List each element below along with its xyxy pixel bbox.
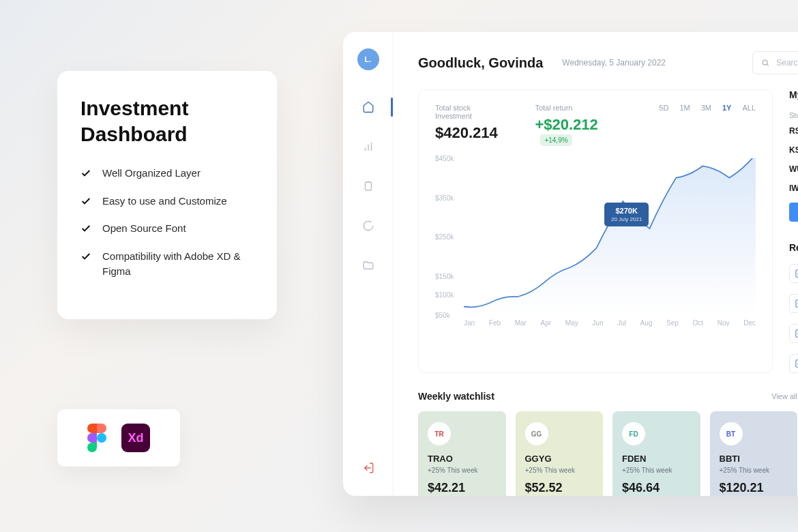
x-tick: Jul xyxy=(617,319,626,327)
check-icon xyxy=(80,196,91,207)
doc-item[interactable] xyxy=(789,354,798,373)
watchlist-card[interactable]: GG GGYG +25% This week $52.52 xyxy=(516,411,604,496)
x-tick: Dec xyxy=(743,319,756,327)
x-tick: Sep xyxy=(666,319,679,327)
tooltip-date: 20 July 2021 xyxy=(611,216,642,223)
folder-icon xyxy=(362,259,374,271)
card-badge: TR xyxy=(428,422,451,445)
watchlist: Weekly watchlist View all TR TRAO +25% T… xyxy=(418,391,797,496)
x-tick: Oct xyxy=(692,319,703,327)
doc-item[interactable] xyxy=(789,264,798,283)
card-badge: GG xyxy=(525,422,548,445)
range-tab[interactable]: 3M xyxy=(701,104,711,112)
nav-chart[interactable] xyxy=(343,129,393,164)
dashboard-app: L. Goodluck, Govinda Wednesday, 5 Januar… xyxy=(343,32,798,496)
y-tick: $50k xyxy=(435,312,450,319)
clipboard-icon xyxy=(362,180,374,192)
card-change: +25% This week xyxy=(428,467,497,474)
card-price: $46.64 xyxy=(622,481,691,495)
invest-label: Total stock Investment xyxy=(435,104,505,120)
range-tab[interactable]: 5D xyxy=(659,104,668,112)
promo-card: Investment Dashboard Well Organized Laye… xyxy=(57,71,277,319)
range-tabs: 5D 1M 3M 1Y ALL xyxy=(659,104,756,112)
greeting: Goodluck, Govinda xyxy=(418,55,543,71)
card-price: $52.52 xyxy=(525,481,594,495)
chart-tooltip: $270K 20 July 2021 xyxy=(604,203,649,226)
card-symbol: GGYG xyxy=(525,454,594,464)
refresh-icon xyxy=(362,220,374,232)
watchlist-card[interactable]: FD FDEN +25% This week $46.64 xyxy=(612,411,700,496)
stock-item[interactable]: WUBS xyxy=(789,164,798,174)
viewall-link[interactable]: View all xyxy=(771,392,797,400)
return-pct: +14,9% xyxy=(540,134,572,146)
rp-title: My s xyxy=(789,89,798,100)
range-tab[interactable]: ALL xyxy=(742,104,756,112)
tooltip-value: $270K xyxy=(611,206,642,216)
file-icon xyxy=(794,299,798,308)
nav-home[interactable] xyxy=(343,89,393,125)
card-change: +25% This week xyxy=(622,467,691,474)
card-symbol: BBTI xyxy=(720,454,788,464)
x-tick: Jun xyxy=(592,319,603,327)
watchlist-title: Weekly watchlist xyxy=(418,391,494,402)
file-icon xyxy=(794,269,798,278)
x-axis: Jan Feb Mar Apr May Jun Jul Aug Sep Oct … xyxy=(435,319,756,327)
svg-point-5 xyxy=(763,60,767,65)
check-icon xyxy=(80,168,91,179)
check-icon xyxy=(80,251,91,262)
stock-item[interactable]: IWE2 xyxy=(789,183,798,193)
tool-badges: Xd xyxy=(57,409,180,467)
x-tick: Mar xyxy=(515,319,527,327)
logout-button[interactable] xyxy=(343,462,393,474)
xd-icon: Xd xyxy=(121,424,150,452)
stock-list: RSYH KSGU WUBS IWE2 xyxy=(789,126,798,193)
feature-text: Well Organized Layer xyxy=(102,166,201,181)
logout-icon xyxy=(362,462,374,474)
stock-item[interactable]: KSGU xyxy=(789,145,798,155)
search-icon xyxy=(761,58,769,68)
file-icon xyxy=(794,329,798,338)
y-tick: $150k xyxy=(435,272,454,280)
home-icon xyxy=(362,101,374,113)
watchlist-card[interactable]: TR TRAO +25% This week $42.21 xyxy=(418,411,506,496)
svg-line-6 xyxy=(767,64,768,65)
doc-item[interactable] xyxy=(789,294,798,313)
return-value: +$20.212 xyxy=(535,116,597,133)
feature-text: Compatibility with Adobe XD & Figma xyxy=(102,249,254,280)
chart-area: $450k $350k $250k $150k $100k $50k $270K… xyxy=(435,158,756,315)
doc-item[interactable] xyxy=(789,324,798,343)
range-tab[interactable]: 1M xyxy=(679,104,690,112)
file-icon xyxy=(794,359,798,368)
feature-text: Easy to use and Customize xyxy=(102,194,227,209)
main-content: Goodluck, Govinda Wednesday, 5 January 2… xyxy=(394,32,798,496)
topbar: Goodluck, Govinda Wednesday, 5 January 2… xyxy=(418,51,798,74)
promo-title: Investment Dashboard xyxy=(80,95,254,147)
avatar[interactable]: L. xyxy=(357,48,379,70)
range-tab-active[interactable]: 1Y xyxy=(722,104,731,112)
card-price: $120.21 xyxy=(720,481,788,495)
nav-clipboard[interactable] xyxy=(343,168,393,204)
rp-button[interactable] xyxy=(789,203,798,222)
line-chart xyxy=(464,158,756,314)
card-symbol: FDEN xyxy=(622,454,691,464)
y-tick: $100k xyxy=(435,291,454,299)
date-text: Wednesday, 5 January 2022 xyxy=(562,58,666,68)
return-label: Total return xyxy=(535,104,629,112)
nav-refresh[interactable] xyxy=(343,208,393,243)
y-tick: $450k xyxy=(435,155,454,162)
x-tick: Nov xyxy=(718,319,730,327)
x-tick: Jan xyxy=(464,319,475,327)
invest-value: $420.214 xyxy=(435,124,505,142)
stock-item[interactable]: RSYH xyxy=(789,126,798,136)
y-tick: $350k xyxy=(435,194,454,201)
sidebar: L. xyxy=(343,32,394,496)
search-box[interactable] xyxy=(752,51,798,74)
card-change: +25% This week xyxy=(720,467,788,474)
x-tick: Apr xyxy=(541,319,552,327)
watchlist-card[interactable]: BT BBTI +25% This week $120.21 xyxy=(710,411,798,496)
nav-folder[interactable] xyxy=(343,248,393,283)
card-badge: FD xyxy=(622,422,645,445)
x-tick: Feb xyxy=(489,319,501,327)
y-tick: $250k xyxy=(435,233,454,241)
search-input[interactable] xyxy=(776,58,798,68)
